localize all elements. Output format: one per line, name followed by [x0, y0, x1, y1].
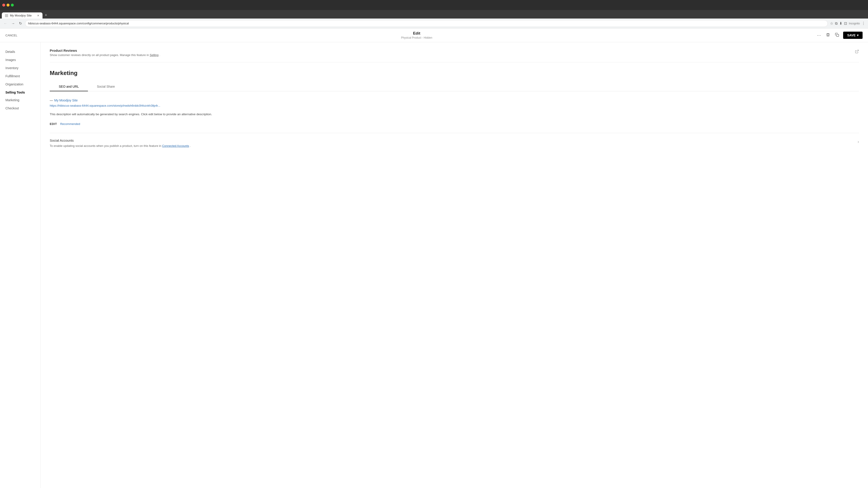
chevron-right-icon: ›: [858, 139, 859, 144]
tab-close-btn[interactable]: ✕: [37, 14, 39, 17]
duplicate-icon: [835, 33, 839, 37]
nav-bar: ← → ↻ hibiscus-seabass-6444.squarespace.…: [0, 19, 868, 29]
site-link-row: — My Moodjoy Site: [50, 98, 859, 102]
extensions-icon[interactable]: ⧉: [835, 22, 837, 26]
edit-button[interactable]: EDIT: [50, 122, 57, 126]
tab-social-share[interactable]: Social Share: [88, 82, 124, 91]
window-maximize-btn[interactable]: [11, 4, 14, 6]
content-area: Product Reviews Show customer reviews di…: [41, 42, 868, 488]
tab-seo-url[interactable]: SEO and URL: [50, 82, 88, 91]
product-reviews-desc: Show customer reviews directly on all pr…: [50, 53, 160, 57]
product-reviews-info: Product Reviews Show customer reviews di…: [50, 48, 160, 57]
save-label: SAVE: [847, 33, 856, 37]
social-accounts-title: Social Accounts: [50, 138, 191, 142]
social-accounts-info: Social Accounts To enable updating socia…: [50, 138, 191, 148]
tab-title: My Moodjoy Site: [10, 14, 32, 17]
sidebar-item-fulfillment[interactable]: Fulfillment: [0, 72, 40, 80]
refresh-btn[interactable]: ↻: [18, 20, 23, 26]
selling-link[interactable]: Selling: [150, 53, 158, 57]
page-title-area: Edit Physical Product - Hidden: [401, 31, 432, 39]
app-container: CANCEL Edit Physical Product - Hidden ⋯: [0, 29, 868, 488]
edit-label: Edit: [401, 31, 432, 36]
split-icon[interactable]: ⊡: [844, 21, 847, 26]
sidebar-item-organization[interactable]: Organization: [0, 80, 40, 88]
address-text: hibiscus-seabass-6444.squarespace.com/co…: [28, 22, 129, 25]
seo-description-text: This description will automatically be g…: [50, 112, 859, 117]
svg-line-1: [857, 50, 859, 52]
sidebar-item-marketing[interactable]: Marketing: [0, 96, 40, 104]
save-chevron: ▾: [857, 33, 859, 37]
tab-favicon: [5, 14, 8, 17]
trash-icon: [826, 33, 830, 37]
sidebar-item-checkout[interactable]: Checkout: [0, 104, 40, 112]
sidebar-item-images[interactable]: Images: [0, 56, 40, 64]
forward-btn[interactable]: →: [10, 21, 16, 26]
sidebar-item-selling-tools[interactable]: Selling Tools: [0, 88, 40, 96]
browser-tab[interactable]: My Moodjoy Site ✕: [2, 12, 42, 19]
seo-content: — My Moodjoy Site https://hibiscus-seaba…: [50, 98, 859, 162]
social-accounts-row[interactable]: Social Accounts To enable updating socia…: [50, 133, 859, 154]
site-name-link[interactable]: My Moodjoy Site: [54, 98, 78, 102]
main-layout: Details Images Inventory Fulfillment Org…: [0, 42, 868, 488]
connected-accounts-link[interactable]: Connected Accounts: [162, 144, 189, 148]
download-icon[interactable]: ⬇: [839, 21, 842, 26]
tab-bar: My Moodjoy Site ✕ +: [0, 10, 868, 19]
nav-actions: ☆ ⧉ ⬇ ⊡ Incognito ⋮: [830, 21, 865, 26]
window-controls: [2, 4, 14, 6]
duplicate-btn[interactable]: [834, 32, 840, 39]
window-minimize-btn[interactable]: [6, 4, 9, 6]
product-reviews-section: Product Reviews Show customer reviews di…: [50, 42, 859, 62]
sidebar-item-inventory[interactable]: Inventory: [0, 64, 40, 72]
new-tab-btn[interactable]: +: [42, 12, 50, 19]
save-button[interactable]: SAVE ▾: [843, 32, 863, 39]
edit-row: EDIT Recommended: [50, 122, 859, 126]
marketing-tabs: SEO and URL Social Share: [50, 82, 859, 91]
address-bar[interactable]: hibiscus-seabass-6444.squarespace.com/co…: [25, 20, 828, 27]
menu-icon[interactable]: ⋮: [862, 21, 865, 26]
svg-rect-0: [837, 34, 839, 36]
more-options-btn[interactable]: ⋯: [816, 32, 822, 39]
bookmark-icon[interactable]: ☆: [830, 21, 833, 26]
sidebar-item-details[interactable]: Details: [0, 48, 40, 56]
top-bar-actions: ⋯ SAVE ▾: [816, 32, 863, 39]
site-link-dash: —: [50, 98, 53, 102]
social-accounts-desc: To enable updating social accounts when …: [50, 144, 191, 148]
window-close-btn[interactable]: [2, 4, 5, 6]
external-link-icon[interactable]: [855, 50, 859, 55]
cancel-button[interactable]: CANCEL: [5, 34, 18, 37]
recommended-badge[interactable]: Recommended: [60, 122, 80, 126]
product-subtitle: Physical Product - Hidden: [401, 36, 432, 39]
delete-btn[interactable]: [825, 32, 831, 39]
top-bar: CANCEL Edit Physical Product - Hidden ⋯: [0, 29, 868, 42]
sidebar: Details Images Inventory Fulfillment Org…: [0, 42, 41, 488]
back-btn[interactable]: ←: [3, 21, 8, 26]
incognito-label: Incognito: [849, 22, 860, 25]
seo-url-text[interactable]: https://hibiscus-seabass-6444.squarespac…: [50, 104, 859, 107]
product-reviews-title: Product Reviews: [50, 48, 160, 53]
marketing-section-title: Marketing: [50, 62, 859, 82]
